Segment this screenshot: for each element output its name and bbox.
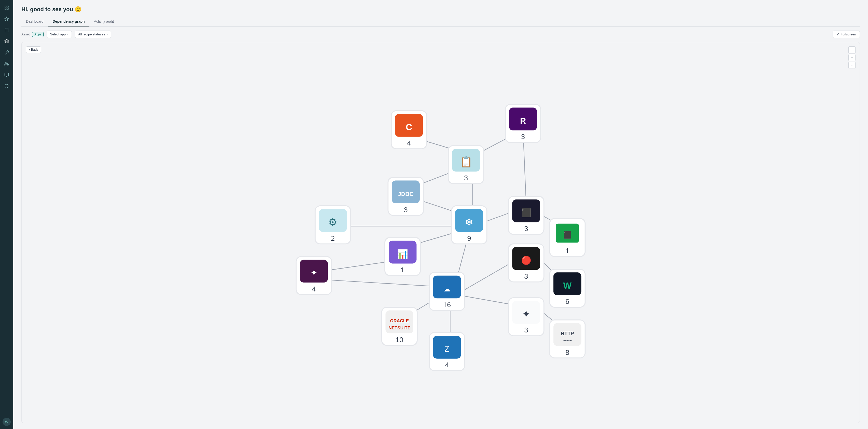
fullscreen-button[interactable]: ⤢ Fullscreen [833, 31, 860, 38]
node-jdbc[interactable]: JDBC 3 [388, 177, 423, 215]
svg-rect-2 [5, 8, 6, 9]
sidebar-item-team[interactable] [2, 59, 11, 68]
svg-text:☁: ☁ [443, 285, 450, 293]
svg-text:3: 3 [524, 225, 528, 233]
svg-text:6: 6 [565, 298, 569, 305]
svg-text:Z: Z [444, 344, 450, 354]
node-workato-gear[interactable]: ⚙ 2 [315, 206, 350, 244]
svg-text:🔴: 🔴 [521, 255, 531, 266]
sidebar-item-connections[interactable] [2, 26, 11, 35]
sidebar-item-security[interactable] [2, 82, 11, 91]
svg-text:9: 9 [467, 234, 471, 242]
node-copper[interactable]: C 4 [391, 111, 427, 149]
node-slack[interactable]: ✦ 4 [296, 256, 332, 295]
svg-rect-0 [5, 6, 6, 7]
sidebar-item-recipes[interactable] [2, 14, 11, 24]
svg-text:4: 4 [312, 285, 316, 293]
svg-point-5 [5, 62, 7, 63]
zoom-out-button[interactable]: − [848, 54, 856, 61]
svg-text:JDBC: JDBC [398, 191, 414, 197]
svg-text:NETSUITE: NETSUITE [389, 325, 410, 330]
node-snowflake[interactable]: ❄ 9 [451, 206, 487, 244]
node-workato[interactable]: W 6 [550, 269, 585, 307]
svg-text:~~~: ~~~ [563, 338, 572, 343]
svg-rect-3 [7, 8, 8, 9]
main-content: Hi, good to see you 🙂 Dashboard Dependen… [13, 0, 868, 429]
zoom-in-button[interactable]: + [848, 47, 856, 54]
node-google-sheets[interactable]: ⬛ 1 [550, 219, 585, 256]
svg-text:📋: 📋 [460, 156, 472, 168]
back-icon: ‹ [29, 48, 30, 52]
svg-text:HTTP: HTTP [561, 331, 574, 336]
svg-rect-1 [7, 6, 8, 7]
svg-text:8: 8 [565, 348, 569, 357]
svg-text:📊: 📊 [397, 249, 408, 259]
svg-text:3: 3 [524, 326, 528, 334]
svg-text:3: 3 [521, 133, 525, 141]
tabs: Dashboard Dependency graph Activity audi… [21, 17, 860, 27]
svg-text:⬛: ⬛ [563, 231, 572, 239]
sidebar-item-assets[interactable] [2, 37, 11, 46]
node-document[interactable]: 📋 3 [448, 146, 484, 184]
svg-text:4: 4 [407, 139, 411, 147]
node-openai[interactable]: ✦ 3 [508, 298, 544, 336]
svg-text:⬛: ⬛ [521, 208, 531, 218]
svg-text:1: 1 [401, 266, 404, 274]
fullscreen-icon: ⤢ [836, 32, 839, 36]
node-reddit[interactable]: R 3 [505, 104, 541, 143]
sidebar: W [0, 0, 13, 429]
tab-dependency-graph[interactable]: Dependency graph [48, 17, 89, 27]
sidebar-bottom: W [3, 418, 11, 426]
svg-line-19 [327, 261, 393, 270]
toolbar: Asset: Apps Select app ▾ All recipe stat… [13, 27, 868, 42]
sidebar-item-tools[interactable] [2, 48, 11, 57]
svg-line-20 [330, 280, 435, 286]
svg-text:ORACLE: ORACLE [390, 318, 409, 323]
back-button[interactable]: ‹ Back [26, 47, 41, 53]
node-salesforce[interactable]: ☁ 16 [429, 272, 465, 310]
asset-filter-label: Asset: Apps [21, 32, 43, 37]
graph-container: ‹ Back + − ⤢ [21, 42, 860, 423]
svg-text:3: 3 [464, 174, 468, 182]
node-red-app[interactable]: 🔴 3 [508, 244, 544, 282]
avatar[interactable]: W [3, 418, 11, 426]
select-app-dropdown[interactable]: Select app ▾ [46, 31, 71, 38]
node-oracle[interactable]: ORACLE NETSUITE 10 [382, 307, 417, 345]
page-title: Hi, good to see you 🙂 [21, 6, 860, 13]
svg-text:R: R [520, 116, 526, 126]
chevron-down-icon: ▾ [106, 33, 108, 36]
svg-text:2: 2 [331, 234, 335, 242]
chevron-down-icon: ▾ [67, 33, 68, 36]
svg-text:1: 1 [565, 247, 569, 255]
sidebar-item-monitor[interactable] [2, 70, 11, 80]
zoom-fit-button[interactable]: ⤢ [848, 62, 856, 69]
svg-text:W: W [563, 280, 571, 290]
svg-text:10: 10 [396, 336, 403, 344]
asset-badge: Apps [32, 32, 43, 37]
svg-text:⚙: ⚙ [328, 217, 338, 228]
nodes[interactable]: C 4 R 3 📋 3 [296, 104, 585, 371]
header: Hi, good to see you 🙂 Dashboard Dependen… [13, 0, 868, 27]
svg-rect-6 [5, 73, 9, 76]
node-zendesk[interactable]: Z 4 [429, 333, 465, 371]
tab-activity-audit[interactable]: Activity audit [89, 17, 119, 27]
svg-text:C: C [406, 122, 412, 132]
svg-text:❄: ❄ [465, 217, 473, 228]
svg-text:✦: ✦ [522, 308, 530, 319]
node-dark-app[interactable]: ⬛ 3 [508, 196, 544, 234]
node-analytics[interactable]: 📊 1 [385, 238, 420, 275]
svg-text:16: 16 [443, 301, 451, 309]
svg-text:4: 4 [445, 361, 449, 369]
dependency-graph-svg: C 4 R 3 📋 3 [22, 42, 860, 423]
sidebar-item-dashboard[interactable] [2, 3, 11, 12]
svg-marker-4 [5, 39, 9, 41]
tab-dashboard[interactable]: Dashboard [21, 17, 48, 27]
node-http[interactable]: HTTP ~~~ 8 [550, 320, 585, 358]
svg-text:✦: ✦ [310, 268, 318, 278]
svg-text:3: 3 [404, 206, 408, 214]
zoom-controls: + − ⤢ [848, 47, 856, 69]
recipe-status-dropdown[interactable]: All recipe statuses ▾ [75, 31, 111, 38]
svg-text:3: 3 [524, 272, 528, 280]
